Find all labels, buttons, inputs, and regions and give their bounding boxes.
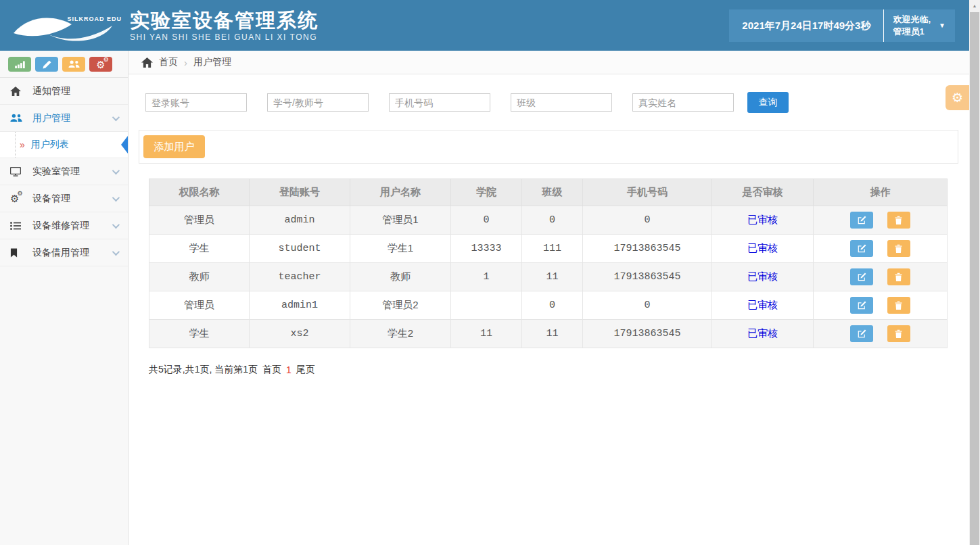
- search-form: 查询: [145, 92, 980, 113]
- col-actions: 操作: [814, 179, 948, 206]
- student-teacher-no-input[interactable]: [267, 93, 369, 112]
- sidebar-item-notice[interactable]: 通知管理: [0, 78, 128, 105]
- cell-college: 13333: [451, 235, 522, 263]
- cell-college: 1: [451, 263, 522, 291]
- cell-phone: 0: [583, 291, 712, 320]
- login-account-input[interactable]: [145, 93, 247, 112]
- pagination-first[interactable]: 首页: [262, 364, 281, 376]
- cell-college: [451, 291, 522, 320]
- real-name-input[interactable]: [632, 93, 734, 112]
- query-button[interactable]: 查询: [747, 92, 789, 113]
- cell-college: 0: [451, 206, 522, 235]
- content-area: 首页 › 用户管理 查询 添加用户: [129, 51, 980, 545]
- welcome-text: 欢迎光临, 管理员1: [893, 14, 931, 38]
- sidebar-item-label: 设备借用管理: [32, 247, 89, 259]
- app-header: SILKROAD EDU 实验室设备管理系统 SHI YAN SHI SHE B…: [0, 0, 980, 51]
- cell-username: 学生2: [350, 320, 451, 348]
- cell-username: 管理员2: [350, 291, 451, 320]
- home-icon[interactable]: [141, 57, 153, 68]
- audit-status-link[interactable]: 已审核: [747, 270, 778, 282]
- table-row: 学生 xs2 学生2 11 11 17913863545 已审核: [149, 320, 948, 348]
- chevron-down-icon: [112, 166, 120, 174]
- gears-icon: ⚙⚙: [10, 193, 25, 204]
- app-window: SILKROAD EDU 实验室设备管理系统 SHI YAN SHI SHE B…: [0, 0, 980, 545]
- list-icon: [10, 222, 25, 230]
- cell-username: 教师: [350, 263, 451, 291]
- edit-button[interactable]: [850, 268, 873, 285]
- phone-input[interactable]: [389, 93, 490, 112]
- pencil-icon[interactable]: [35, 57, 58, 72]
- cell-account: student: [250, 235, 350, 263]
- pagination-current-page[interactable]: 1: [286, 364, 291, 375]
- scrollbar-thumb[interactable]: [970, 12, 979, 545]
- edit-button[interactable]: [850, 240, 873, 257]
- breadcrumb: 首页 › 用户管理: [129, 51, 980, 74]
- chevron-down-icon: [112, 113, 120, 120]
- cell-role: 学生: [149, 235, 250, 263]
- settings-gear-button[interactable]: ⚙: [946, 85, 969, 110]
- datetime-display: 2021年7月24日17时49分3秒: [729, 9, 884, 42]
- edit-button[interactable]: [850, 325, 873, 342]
- pagination-last[interactable]: 尾页: [296, 364, 315, 376]
- delete-button[interactable]: [887, 325, 910, 342]
- cell-phone: 17913863545: [583, 320, 712, 348]
- user-menu[interactable]: 欢迎光临, 管理员1 ▼: [884, 9, 955, 42]
- cell-account: xs2: [250, 320, 350, 348]
- sidebar-subitem-user-list[interactable]: » 用户列表: [0, 132, 128, 158]
- delete-button[interactable]: [887, 297, 910, 314]
- gear-icon: ⚙: [952, 90, 963, 105]
- edit-button[interactable]: [850, 297, 873, 314]
- audit-status-link[interactable]: 已审核: [747, 299, 778, 310]
- table-row: 管理员 admin1 管理员2 0 0 已审核: [149, 291, 948, 320]
- breadcrumb-current: 用户管理: [193, 56, 231, 68]
- table-header-row: 权限名称 登陆账号 用户名称 学院 班级 手机号码 是否审核 操作: [149, 179, 948, 206]
- double-angle-icon: »: [20, 139, 25, 150]
- user-table: 权限名称 登陆账号 用户名称 学院 班级 手机号码 是否审核 操作 管理员 ad…: [149, 179, 948, 348]
- col-phone: 手机号码: [583, 179, 712, 206]
- edit-button[interactable]: [850, 212, 873, 229]
- cell-college: 11: [451, 320, 522, 348]
- breadcrumb-home[interactable]: 首页: [159, 56, 178, 68]
- cell-phone: 17913863545: [583, 263, 712, 291]
- users-icon[interactable]: [62, 57, 85, 72]
- sidebar-item-users[interactable]: 用户管理: [0, 105, 128, 132]
- chevron-down-icon: [112, 193, 120, 201]
- scrollbar-up-arrow[interactable]: ▲: [969, 0, 980, 11]
- chart-bars-icon[interactable]: [8, 57, 31, 72]
- sidebar-quick-buttons: ⚙⚙: [0, 51, 128, 78]
- col-account: 登陆账号: [250, 179, 350, 206]
- col-role: 权限名称: [149, 179, 250, 206]
- pagination: 共5记录,共1页, 当前第1页 首页 1 尾页: [149, 364, 980, 376]
- class-input[interactable]: [511, 93, 612, 112]
- audit-status-link[interactable]: 已审核: [747, 327, 778, 339]
- audit-status-link[interactable]: 已审核: [747, 214, 778, 225]
- delete-button[interactable]: [887, 212, 910, 229]
- app-title: 实验室设备管理系统: [130, 9, 319, 31]
- col-audit: 是否审核: [712, 179, 814, 206]
- vertical-scrollbar: ▲: [969, 0, 980, 545]
- delete-button[interactable]: [887, 268, 910, 285]
- table-row: 管理员 admin 管理员1 0 0 0 已审核: [149, 206, 948, 235]
- delete-button[interactable]: [887, 240, 910, 257]
- cell-account: teacher: [250, 263, 350, 291]
- col-username: 用户名称: [350, 179, 451, 206]
- toolbar-panel: 添加用户: [139, 130, 958, 164]
- cell-class: 0: [522, 291, 583, 320]
- sidebar: ⚙⚙ 通知管理 用户管理 » 用户列表: [0, 51, 129, 545]
- cell-role: 教师: [149, 263, 250, 291]
- sidebar-item-borrow[interactable]: 设备借用管理: [0, 239, 128, 266]
- sidebar-item-equipment[interactable]: ⚙⚙ 设备管理: [0, 185, 128, 212]
- app-subtitle: SHI YAN SHI SHE BEI GUAN LI XI TONG: [130, 32, 319, 42]
- sidebar-item-label: 通知管理: [32, 85, 70, 97]
- sidebar-item-repair[interactable]: 设备维修管理: [0, 212, 128, 239]
- brand-logo: SILKROAD EDU: [12, 7, 115, 44]
- monitor-icon: [10, 167, 25, 176]
- sidebar-item-lab[interactable]: 实验室管理: [0, 158, 128, 185]
- add-user-button[interactable]: 添加用户: [143, 135, 205, 158]
- gears-icon[interactable]: ⚙⚙: [89, 57, 112, 72]
- sidebar-subitem-label: 用户列表: [31, 139, 69, 151]
- audit-status-link[interactable]: 已审核: [747, 242, 778, 254]
- cell-account: admin: [250, 206, 350, 235]
- table-row: 教师 teacher 教师 1 11 17913863545 已审核: [149, 263, 948, 291]
- cell-class: 111: [522, 235, 583, 263]
